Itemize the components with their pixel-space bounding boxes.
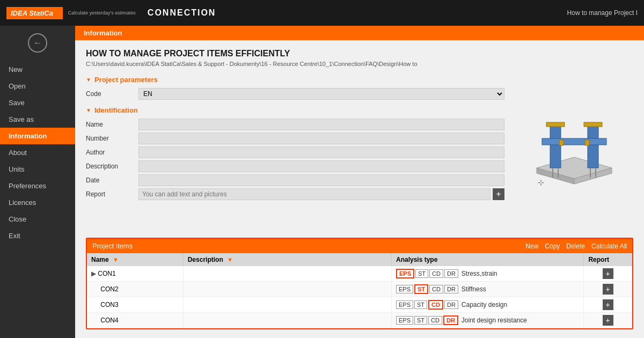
expand-icon[interactable]: ▼ <box>86 77 91 83</box>
date-label: Date <box>86 177 134 184</box>
row-desc-cell <box>183 297 391 313</box>
row-report-cell: + <box>584 266 632 282</box>
expand-icon-2[interactable]: ▼ <box>86 107 91 113</box>
badge-eps[interactable]: EPS <box>396 316 413 325</box>
analysis-text: Stress,strain <box>462 270 497 277</box>
add-report-button[interactable]: + <box>603 284 613 295</box>
svg-text:⊹: ⊹ <box>538 178 544 187</box>
steel-connection-model: ⊹ <box>521 93 628 189</box>
logo-box: IDEA StatiCa® <box>6 7 63 19</box>
badge-dr[interactable]: DR <box>444 285 458 293</box>
date-input[interactable]: 4/10/2018 <box>138 174 504 186</box>
badge-cd[interactable]: CD <box>429 285 443 293</box>
report-field-container: + <box>138 188 504 200</box>
analysis-text: Stiffness <box>462 285 486 293</box>
sidebar-item-open[interactable]: Open <box>0 78 75 94</box>
top-bar: IDEA StatiCa® Calculate yesterday's esti… <box>0 0 644 26</box>
main-layout: ← New Open Save Save as Information Abou… <box>0 26 644 338</box>
svg-rect-3 <box>550 125 561 168</box>
description-input[interactable] <box>138 160 504 172</box>
page-title: HOW TO MANAGE PROJECT ITEMS EFFICIENTLY <box>86 49 633 58</box>
sidebar-item-about[interactable]: About <box>0 144 75 161</box>
code-select[interactable]: EN <box>138 88 504 100</box>
sidebar-item-preferences[interactable]: Preferences <box>0 178 75 194</box>
number-input[interactable] <box>138 133 504 144</box>
analysis-text: Joint design resistance <box>462 317 527 324</box>
add-report-button[interactable]: + <box>603 268 613 279</box>
badge-cd[interactable]: CD <box>428 300 443 310</box>
badge-cd[interactable]: CD <box>429 269 443 278</box>
analysis-badges: EPSSTCDDRStress,strain <box>396 269 579 278</box>
badge-dr[interactable]: DR <box>443 315 458 325</box>
code-label: Code <box>86 90 134 98</box>
sidebar-item-save-as[interactable]: Save as <box>0 111 75 128</box>
project-table-body: ▶ CON1EPSSTCDDRStress,strain+ CON2EPSSTC… <box>87 266 632 328</box>
back-button[interactable]: ← <box>28 33 47 53</box>
sidebar-item-new[interactable]: New <box>0 61 75 78</box>
identification-section: ▼ Identification <box>86 106 504 114</box>
top-bar-left: IDEA StatiCa® Calculate yesterday's esti… <box>6 7 216 19</box>
table-row: CON2EPSSTCDDRStiffness+ <box>87 282 632 297</box>
row-name-cell: CON3 <box>87 297 183 313</box>
sidebar-item-close[interactable]: Close <box>0 211 75 227</box>
badge-st[interactable]: ST <box>414 284 428 294</box>
report-add-button[interactable]: + <box>493 188 504 200</box>
author-input[interactable] <box>138 146 504 158</box>
badge-dr[interactable]: DR <box>444 269 458 278</box>
col-header-report: Report <box>584 253 632 266</box>
desc-filter-icon[interactable]: ▼ <box>227 256 233 263</box>
sidebar-item-units[interactable]: Units <box>0 161 75 178</box>
badge-st[interactable]: ST <box>414 300 427 309</box>
description-label: Description <box>86 163 134 170</box>
badge-dr[interactable]: DR <box>444 300 458 309</box>
project-items-section: Project items New Copy Delete Calculate … <box>86 238 633 329</box>
col-header-analysis: Analysis type <box>391 253 583 266</box>
new-action[interactable]: New <box>525 243 538 250</box>
right-col: ⊹ <box>515 76 633 207</box>
sidebar-item-exit[interactable]: Exit <box>0 227 75 244</box>
header-actions: New Copy Delete Calculate All <box>525 243 627 250</box>
svg-rect-4 <box>588 125 598 168</box>
badge-st[interactable]: ST <box>415 269 428 278</box>
row-analysis-cell: EPSSTCDDRJoint design resistance <box>391 313 583 328</box>
badge-cd[interactable]: CD <box>428 316 442 325</box>
row-desc-cell <box>183 313 391 328</box>
analysis-badges: EPSSTCDDRJoint design resistance <box>396 315 579 325</box>
col-header-name: Name ▼ <box>87 253 183 266</box>
row-analysis-cell: EPSSTCDDRStress,strain <box>391 266 583 282</box>
row-desc-cell <box>183 282 391 297</box>
badge-eps[interactable]: EPS <box>396 300 413 309</box>
row-name-cell: CON4 <box>87 313 183 328</box>
badge-st[interactable]: ST <box>414 316 427 325</box>
svg-rect-12 <box>559 140 564 145</box>
row-report-cell: + <box>584 297 632 313</box>
delete-action[interactable]: Delete <box>566 243 585 250</box>
module-label: CONNECTION <box>148 8 216 18</box>
col-header-desc: Description ▼ <box>183 253 391 266</box>
project-table: Name ▼ Description ▼ Analysis type Repor… <box>87 253 632 328</box>
name-input[interactable] <box>138 119 504 130</box>
add-report-button[interactable]: + <box>603 315 613 326</box>
badge-eps[interactable]: EPS <box>396 269 414 278</box>
badge-eps[interactable]: EPS <box>396 285 413 293</box>
project-params-section: ▼ Project parameters <box>86 76 504 84</box>
analysis-badges: EPSSTCDDRCapacity design <box>396 300 579 310</box>
logo-sub-text: Calculate yesterday's estimates <box>68 10 136 16</box>
sidebar-item-information[interactable]: Information <box>0 128 75 144</box>
sidebar-item-licences[interactable]: Licences <box>0 194 75 211</box>
logo-text: IDEA StatiCa® <box>11 9 58 17</box>
number-label: Number <box>86 135 134 142</box>
svg-rect-5 <box>542 138 606 145</box>
expand-arrow[interactable]: ▶ <box>91 270 96 277</box>
project-params-label: Project parameters <box>94 76 158 84</box>
sidebar-item-save[interactable]: Save <box>0 94 75 111</box>
author-label: Author <box>86 149 134 156</box>
add-report-button[interactable]: + <box>603 299 613 310</box>
report-input[interactable] <box>138 188 491 200</box>
row-name-cell: ▶ CON1 <box>87 266 183 282</box>
name-filter-icon[interactable]: ▼ <box>113 256 119 263</box>
identification-form: Name Number Author Description Date 4/10… <box>86 119 504 200</box>
name-label: Name <box>86 121 134 128</box>
calculate-all-action[interactable]: Calculate All <box>591 243 627 250</box>
copy-action[interactable]: Copy <box>545 243 560 250</box>
